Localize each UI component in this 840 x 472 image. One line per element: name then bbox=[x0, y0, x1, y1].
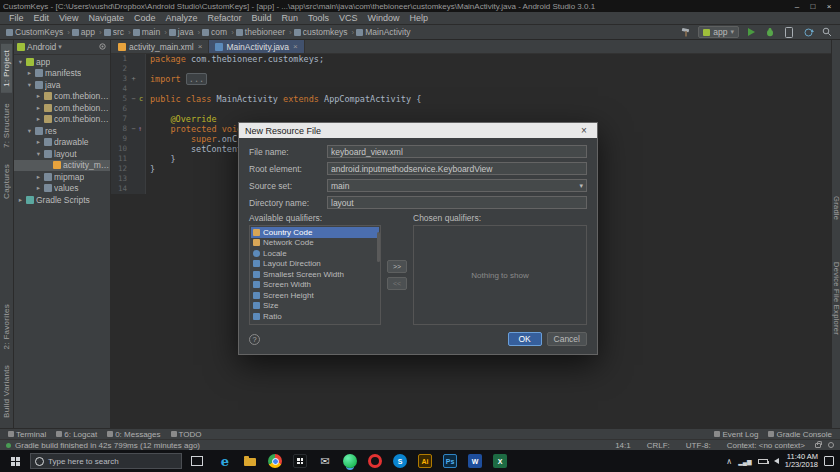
tool-window-tab[interactable]: Event Log bbox=[714, 430, 758, 439]
editor-tab[interactable]: activity_main.xml × bbox=[112, 40, 209, 53]
breadcrumb-item[interactable]: MainActivity bbox=[356, 27, 410, 37]
text-input[interactable]: android.inputmethodservice.KeyboardView … bbox=[327, 162, 587, 175]
qualifier-item[interactable]: Screen Height bbox=[251, 290, 379, 301]
move-left-button[interactable]: << bbox=[387, 277, 407, 290]
status-segment[interactable]: Context: <no context> bbox=[724, 441, 808, 450]
tree-item[interactable]: ▾ res bbox=[14, 125, 110, 137]
task-view-icon[interactable] bbox=[191, 456, 203, 466]
qualifier-item[interactable]: Screen Width bbox=[251, 280, 379, 291]
menu-item[interactable]: Build bbox=[246, 13, 276, 23]
close-tab-icon[interactable]: × bbox=[293, 42, 298, 51]
menu-item[interactable]: VCS bbox=[334, 13, 363, 23]
menu-item[interactable]: Window bbox=[363, 13, 405, 23]
tool-window-button[interactable]: 2: Favorites bbox=[1, 298, 12, 355]
qualifier-item[interactable]: Size bbox=[251, 301, 379, 312]
breadcrumb-item[interactable]: com bbox=[202, 27, 234, 37]
taskbar-search[interactable]: Type here to search bbox=[30, 453, 182, 469]
qualifier-item[interactable]: Ratio bbox=[251, 311, 379, 322]
minimize-button[interactable]: – bbox=[789, 2, 805, 11]
menu-item[interactable]: View bbox=[54, 13, 83, 23]
tree-item[interactable]: ▾ app bbox=[14, 56, 110, 68]
close-button[interactable]: × bbox=[821, 2, 837, 11]
tree-item[interactable]: ▸ com.thebioneer.customkeys bbox=[14, 91, 110, 103]
photoshop-icon[interactable] bbox=[443, 454, 457, 468]
status-message[interactable]: Gradle build finished in 42s 799ms (12 m… bbox=[15, 441, 200, 450]
qualifier-item[interactable]: Locale bbox=[251, 248, 379, 259]
volume-icon[interactable] bbox=[774, 458, 779, 464]
tree-item[interactable]: ▸ manifests bbox=[14, 68, 110, 80]
highlighting-level-icon[interactable] bbox=[828, 442, 834, 448]
expand-arrow-icon[interactable]: ▸ bbox=[35, 115, 42, 123]
close-tab-icon[interactable]: × bbox=[198, 42, 203, 51]
breadcrumb-item[interactable]: java bbox=[169, 27, 200, 37]
edge-icon[interactable] bbox=[218, 454, 232, 468]
text-input[interactable]: main ▾ bbox=[327, 179, 587, 192]
tool-window-button[interactable]: 1: Project bbox=[1, 44, 12, 93]
word-icon[interactable] bbox=[468, 454, 482, 468]
tool-window-tab[interactable]: 0: Messages bbox=[107, 430, 160, 439]
text-input[interactable]: keyboard_view.xml ▾ bbox=[327, 145, 587, 158]
editor-tab[interactable]: MainActivity.java × bbox=[209, 40, 304, 53]
expand-arrow-icon[interactable]: ▸ bbox=[35, 92, 42, 100]
tool-window-button[interactable]: Captures bbox=[1, 158, 12, 205]
move-right-button[interactable]: >> bbox=[387, 260, 407, 273]
tool-window-tab[interactable]: 6: Logcat bbox=[56, 430, 97, 439]
skype-icon[interactable] bbox=[393, 454, 407, 468]
network-icon[interactable]: ▂▄▆ bbox=[738, 458, 751, 465]
menu-item[interactable]: Tools bbox=[303, 13, 334, 23]
tree-item[interactable]: ▾ java bbox=[14, 79, 110, 91]
lock-icon[interactable] bbox=[815, 443, 821, 448]
tray-expand-icon[interactable]: ∧ bbox=[726, 457, 732, 466]
action-center-icon[interactable] bbox=[824, 456, 834, 466]
breadcrumb-item[interactable]: CustomKeys bbox=[6, 27, 70, 37]
expand-arrow-icon[interactable]: ▾ bbox=[35, 150, 42, 158]
menu-item[interactable]: Code bbox=[129, 13, 161, 23]
menu-item[interactable]: Refactor bbox=[202, 13, 246, 23]
help-icon[interactable]: ? bbox=[249, 334, 260, 345]
breadcrumb-item[interactable]: main bbox=[133, 27, 167, 37]
file-explorer-icon[interactable] bbox=[243, 454, 257, 468]
cortana-icon[interactable] bbox=[35, 457, 44, 466]
menu-item[interactable]: Edit bbox=[29, 13, 55, 23]
chevron-down-icon[interactable]: ▾ bbox=[579, 182, 583, 190]
text-input[interactable]: layout ▾ bbox=[327, 196, 587, 209]
menu-item[interactable]: Help bbox=[405, 13, 434, 23]
illustrator-icon[interactable] bbox=[418, 454, 432, 468]
tool-window-button[interactable]: Build Variants bbox=[1, 359, 12, 424]
breadcrumb-item[interactable]: customkeys bbox=[294, 27, 355, 37]
start-button[interactable] bbox=[2, 450, 28, 472]
menu-item[interactable]: Analyze bbox=[160, 13, 202, 23]
tool-window-button[interactable]: 7: Structure bbox=[1, 97, 12, 154]
status-segment[interactable]: UTF-8: bbox=[683, 441, 714, 450]
tool-window-button[interactable]: Gradle bbox=[831, 190, 840, 226]
expand-arrow-icon[interactable]: ▸ bbox=[35, 184, 42, 192]
status-segment[interactable]: CRLF: bbox=[644, 441, 673, 450]
expand-arrow-icon[interactable]: ▸ bbox=[35, 104, 42, 112]
ok-button[interactable]: OK bbox=[508, 332, 542, 346]
excel-icon[interactable] bbox=[493, 454, 507, 468]
qualifier-item[interactable]: Smallest Screen Width bbox=[251, 269, 379, 280]
qualifier-item[interactable]: Network Code bbox=[251, 238, 379, 249]
breadcrumb-item[interactable]: thebioneer bbox=[236, 27, 292, 37]
tree-item[interactable]: ▸ com.thebioneer.customkeys bbox=[14, 114, 110, 126]
tool-window-tab[interactable]: Gradle Console bbox=[768, 430, 832, 439]
tool-window-tab[interactable]: Terminal bbox=[8, 430, 46, 439]
breadcrumb-item[interactable]: app bbox=[72, 27, 102, 37]
build-hammer-icon[interactable] bbox=[679, 26, 693, 39]
opera-icon[interactable] bbox=[368, 454, 382, 468]
tree-item[interactable]: ▸ Gradle Scripts bbox=[14, 194, 110, 206]
mail-icon[interactable] bbox=[318, 454, 332, 468]
tree-item[interactable]: ▾ layout bbox=[14, 148, 110, 160]
status-segment[interactable]: 14:1 bbox=[612, 441, 634, 450]
menu-item[interactable]: Navigate bbox=[83, 13, 129, 23]
battery-icon[interactable] bbox=[758, 459, 768, 464]
tool-window-button[interactable]: Device File Explorer bbox=[831, 256, 840, 341]
expand-arrow-icon[interactable]: ▸ bbox=[17, 196, 24, 204]
android-studio-icon[interactable] bbox=[343, 454, 357, 468]
search-icon[interactable] bbox=[820, 26, 834, 39]
avd-manager-icon[interactable] bbox=[782, 26, 796, 39]
tree-item[interactable]: ▸ values bbox=[14, 183, 110, 195]
tool-window-tab[interactable]: TODO bbox=[171, 430, 202, 439]
expand-arrow-icon[interactable]: ▸ bbox=[35, 138, 42, 146]
maximize-button[interactable]: □ bbox=[805, 2, 821, 11]
